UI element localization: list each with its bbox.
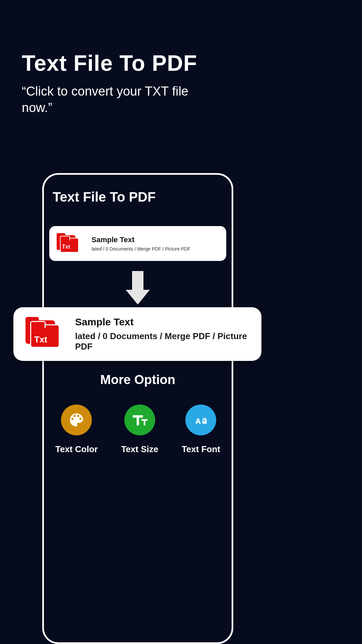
txt-folder-icon: Txt	[57, 235, 79, 252]
target-file-card[interactable]: Txt Sample Text lated / 0 Documents / Me…	[13, 307, 261, 361]
page-subtitle: “Click to convert your TXT file now.”	[22, 83, 209, 116]
source-file-subtitle: lated / 0 Documents / Merge PDF / Pictur…	[92, 246, 190, 252]
source-file-text: Sample Text lated / 0 Documents / Merge …	[92, 235, 190, 252]
page-title: Text File To PDF	[22, 50, 340, 76]
text-font-icon	[185, 405, 216, 435]
palette-icon	[61, 405, 92, 435]
source-file-card[interactable]: Txt Sample Text lated / 0 Documents / Me…	[49, 226, 226, 261]
option-label: Text Size	[121, 444, 158, 454]
icon-label: Txt	[34, 334, 47, 345]
source-file-title: Sample Text	[92, 235, 190, 244]
target-file-text: Sample Text lated / 0 Documents / Merge …	[75, 316, 249, 352]
arrow-down-icon	[128, 271, 148, 305]
more-options-section: More Option Text Color Text Size Text Fo…	[44, 373, 232, 454]
icon-label: Txt	[62, 244, 70, 250]
more-options-title: More Option	[44, 373, 232, 387]
target-file-title: Sample Text	[75, 316, 249, 328]
option-text-font[interactable]: Text Font	[182, 405, 220, 454]
page-header: Text File To PDF “Click to convert your …	[0, 0, 362, 116]
option-label: Text Font	[182, 444, 220, 454]
panel-title: Text File To PDF	[53, 190, 226, 205]
txt-folder-icon: Txt	[25, 320, 60, 348]
option-text-color[interactable]: Text Color	[55, 405, 98, 454]
target-file-subtitle: lated / 0 Documents / Merge PDF / Pictur…	[75, 331, 249, 352]
option-label: Text Color	[55, 444, 98, 454]
option-text-size[interactable]: Text Size	[121, 405, 158, 454]
phone-frame: Text File To PDF Txt Sample Text lated /…	[42, 173, 233, 644]
text-size-icon	[124, 405, 155, 435]
